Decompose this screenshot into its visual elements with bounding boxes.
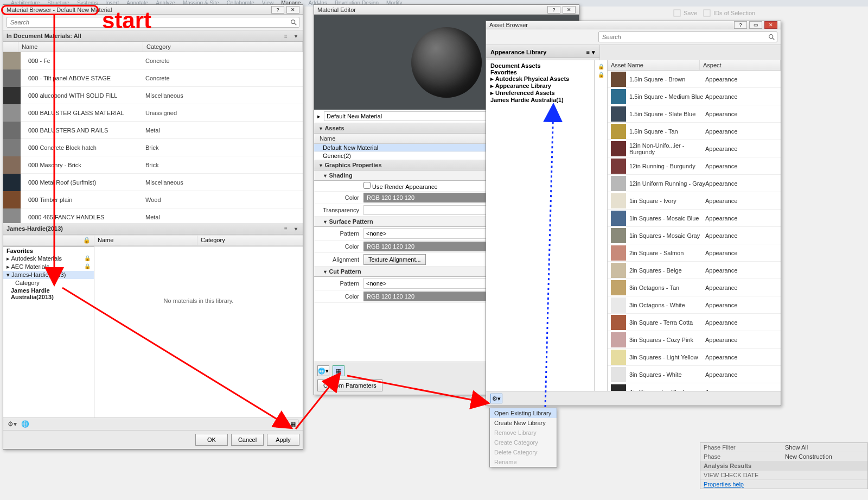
library-gear-icon[interactable]: ▦: [288, 420, 298, 428]
material-row[interactable]: 000 Timber plainWood: [3, 191, 303, 208]
asset-row[interactable]: 1.5in Square - Medium BlueAppearance: [608, 88, 781, 105]
asset-swatch: [611, 89, 626, 104]
material-row[interactable]: 000 BALUSTERS AND RAILSMetal: [3, 122, 303, 139]
asset-row[interactable]: 12in Running - BurgundyAppearance: [608, 157, 781, 175]
asset-row[interactable]: 1in Squares - Mosaic GrayAppearance: [608, 227, 781, 244]
asset-row[interactable]: 3in Squares - Light YellowAppearance: [608, 349, 781, 366]
doc-col-header[interactable]: Name Category: [3, 42, 303, 52]
menu-item[interactable]: Open Existing Library: [490, 408, 557, 418]
tree-favorites[interactable]: Favorites: [3, 247, 94, 255]
minimize-button[interactable]: ▭: [749, 21, 762, 29]
material-category: Brick: [142, 144, 303, 151]
search-input[interactable]: [7, 17, 299, 28]
tree-favorites[interactable]: Favorites: [490, 69, 590, 75]
asset-row[interactable]: 2in Squares - BeigeAppearance: [608, 262, 781, 279]
tree-autodesk-materials[interactable]: ▸ Autodesk Materials🔒: [3, 255, 94, 263]
asset-list-body[interactable]: 1.5in Square - BrownAppearance1.5in Squa…: [608, 71, 781, 391]
asset-row[interactable]: 4in Diamonds - BlackAppearance: [608, 383, 781, 391]
asset-search-input[interactable]: [598, 31, 777, 42]
asset-row[interactable]: 2in Square - SalmonAppearance: [608, 244, 781, 262]
material-row[interactable]: 000 Metal Roof (Surfmist)Miscellaneous: [3, 174, 303, 191]
tree-james-hardie-au[interactable]: James Hardie Australia(2013): [3, 287, 94, 301]
dropdown-icon[interactable]: ▾: [292, 32, 299, 40]
help-button[interactable]: ?: [271, 6, 284, 14]
material-swatch: [3, 69, 21, 87]
tree-jh-au[interactable]: James Hardie Australia(1): [490, 97, 590, 103]
asset-tree[interactable]: Document Assets Favorites ▸ Autodesk Phy…: [486, 60, 595, 391]
list-view-icon[interactable]: ≡: [282, 32, 290, 40]
asset-gear-button[interactable]: ⚙▾: [490, 394, 502, 403]
custom-parameters-button[interactable]: Custom Parameters: [317, 379, 382, 391]
asset-swatch: [611, 106, 626, 122]
asset-swatch: [611, 193, 626, 208]
expand-icon[interactable]: ▸: [317, 113, 321, 120]
list-view-icon[interactable]: ≡: [586, 49, 590, 56]
use-render-checkbox[interactable]: [363, 182, 371, 189]
material-swatch: [3, 174, 21, 191]
properties-help-link[interactable]: Properties help: [700, 480, 867, 489]
asset-aspect: Appearance: [705, 180, 781, 187]
lib-col-name[interactable]: Name: [94, 236, 197, 245]
asset-row[interactable]: 1.5in Square - Slate BlueAppearance: [608, 105, 781, 123]
asset-row[interactable]: 3in Square - Terra CottaAppearance: [608, 314, 781, 331]
material-row[interactable]: 000 Masonry - BrickBrick: [3, 156, 303, 174]
material-category: Miscellaneous: [142, 92, 303, 99]
close-button[interactable]: ✕: [764, 21, 777, 29]
tree-doc-assets[interactable]: Document Assets: [490, 62, 590, 69]
tree-category[interactable]: Category: [3, 279, 94, 287]
col-asset-name[interactable]: Asset Name: [608, 60, 700, 70]
tree-aec-materials[interactable]: ▸ AEC Materials🔒: [3, 263, 94, 271]
svg-point-4: [769, 35, 773, 39]
asset-row[interactable]: 1in Square - IvoryAppearance: [608, 192, 781, 210]
svg-rect-1: [704, 10, 710, 16]
material-row[interactable]: 000 - Tilt panel ABOVE STAGEConcrete: [3, 69, 303, 87]
help-button[interactable]: ?: [547, 6, 560, 14]
apply-button[interactable]: Apply: [267, 434, 299, 446]
close-button[interactable]: ✕: [286, 6, 299, 14]
menu-item[interactable]: Create New Library: [490, 418, 557, 428]
ok-button[interactable]: OK: [195, 434, 228, 446]
material-row[interactable]: 000 - FcConcrete: [3, 52, 303, 69]
search-box[interactable]: [7, 17, 299, 28]
material-swatch: [3, 87, 21, 104]
col-category[interactable]: Category: [143, 42, 303, 52]
material-row[interactable]: 000 Concrete Block hatchBrick: [3, 139, 303, 156]
asset-row[interactable]: 1in Squares - Mosaic BlueAppearance: [608, 210, 781, 227]
asset-browser-toggle[interactable]: ▦: [333, 365, 344, 376]
tree-unref[interactable]: ▸ Unreferenced Assets: [490, 90, 590, 97]
material-row[interactable]: 000 alucobond WITH SOLID FILLMiscellaneo…: [3, 87, 303, 104]
library-tree[interactable]: Favorites ▸ Autodesk Materials🔒 ▸ AEC Ma…: [3, 246, 94, 417]
help-button[interactable]: ?: [734, 21, 747, 29]
asset-row[interactable]: 12in Uniform Running - GrayAppearance: [608, 175, 781, 192]
lib-col-category[interactable]: Category: [197, 236, 303, 245]
asset-row[interactable]: 12in Non-Unifo...ier - BurgundyAppearanc…: [608, 140, 781, 157]
dropdown-icon[interactable]: ▾: [292, 225, 299, 232]
col-name[interactable]: Name: [18, 42, 143, 52]
tree-appearance[interactable]: ▸ Appearance Library: [490, 83, 590, 90]
material-list[interactable]: 000 - FcConcrete000 - Tilt panel ABOVE S…: [3, 52, 303, 223]
gear-icon[interactable]: ⚙▾: [8, 420, 17, 428]
tree-james-hardie[interactable]: ▾ James-Hardie(2013): [3, 271, 94, 279]
cancel-button[interactable]: Cancel: [231, 434, 264, 446]
list-view-icon[interactable]: ≡: [282, 225, 290, 232]
material-row[interactable]: 000 BALUSTER GLASS MATERIALUnassigned: [3, 104, 303, 122]
col-aspect[interactable]: Aspect: [700, 60, 781, 70]
asset-aspect: Appearance: [705, 337, 781, 343]
material-row[interactable]: 0000 465 FANCY HANDLESMetal: [3, 208, 303, 223]
library-context-menu[interactable]: Open Existing LibraryCreate New LibraryR…: [489, 408, 557, 467]
asset-row[interactable]: 3in Octagons - TanAppearance: [608, 279, 781, 296]
asset-swatch: [611, 72, 626, 87]
texture-alignment-button[interactable]: Texture Alignment...: [363, 254, 426, 265]
material-browser-titlebar[interactable]: Material Browser - Default New Material …: [3, 5, 303, 15]
asset-search[interactable]: [598, 31, 777, 42]
asset-row[interactable]: 3in Squares - WhiteAppearance: [608, 366, 781, 383]
tree-physical[interactable]: ▸ Autodesk Physical Assets: [490, 75, 590, 83]
globe-icon[interactable]: 🌐: [21, 420, 29, 428]
asset-row[interactable]: 3in Squares - Cozy PinkAppearance: [608, 331, 781, 349]
add-asset-button[interactable]: 🌐▾: [317, 365, 329, 376]
close-button[interactable]: ✕: [563, 6, 576, 14]
asset-row[interactable]: 1.5in Square - TanAppearance: [608, 123, 781, 140]
dropdown-icon[interactable]: ▾: [592, 49, 595, 56]
asset-row[interactable]: 1.5in Square - BrownAppearance: [608, 71, 781, 88]
asset-row[interactable]: 3in Octagons - WhiteAppearance: [608, 296, 781, 314]
